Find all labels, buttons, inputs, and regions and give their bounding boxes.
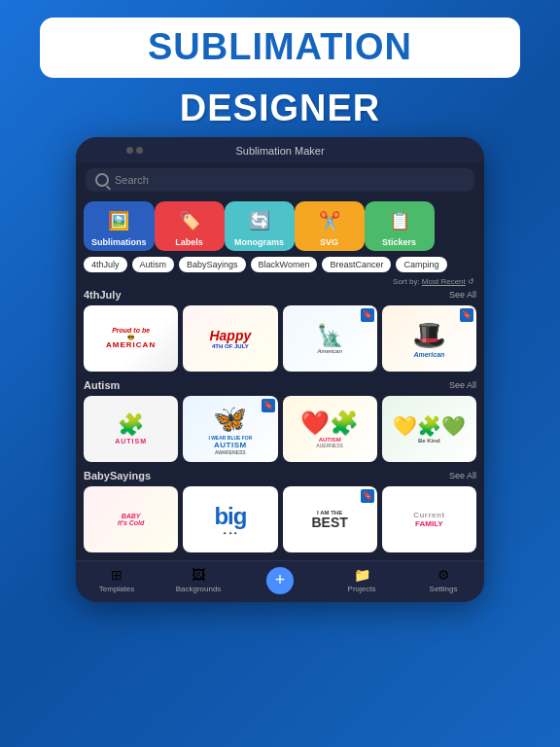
- sticker-baby-cold: BABYit's Cold: [84, 486, 178, 552]
- see-all-4thjuly[interactable]: See All: [449, 290, 476, 300]
- category-label-sublimations: Sublimations: [91, 237, 147, 247]
- sticker-big: big ✦ ✦ ✦: [183, 486, 277, 552]
- sticker-autism-heart: ❤️🧩 AUTISM AUERNESS: [283, 396, 377, 462]
- sort-row: Sort by: Most Recent ↺: [76, 276, 484, 289]
- category-label-labels: Labels: [175, 237, 203, 247]
- nav-label-backgrounds: Backgrounds: [176, 585, 222, 593]
- american-content: 🗽 American: [317, 323, 343, 354]
- backgrounds-icon: 🖼: [192, 567, 205, 583]
- dot-1: [126, 147, 133, 154]
- sticker-autism1: 🧩 AUTISM: [84, 396, 178, 462]
- nav-settings[interactable]: ⚙ Settings: [402, 567, 484, 594]
- app-title: Sublimation Maker: [235, 145, 324, 157]
- proud-text: Proud to be 😎 AMERICAN: [106, 327, 156, 349]
- category-sublimations[interactable]: 🖼️ Sublimations: [84, 201, 155, 251]
- section-title-4thjuly: 4thJuly: [84, 289, 122, 301]
- sublimations-icon: 🖼️: [105, 207, 132, 234]
- autism-puzzle-content: 🧩 AUTISM: [115, 412, 147, 445]
- grid-item-be-kind[interactable]: 💛🧩💚 Be Kind: [382, 396, 476, 462]
- svg-icon: ✂️: [316, 207, 343, 234]
- section-title-autism: Autism: [84, 379, 120, 391]
- grid-item-american-flag[interactable]: 🔖 🗽 American: [283, 305, 377, 372]
- nav-label-settings: Settings: [430, 585, 458, 593]
- nav-projects[interactable]: 📁 Projects: [321, 567, 402, 594]
- bookmark-hat: 🔖: [460, 308, 473, 322]
- big-content: big ✦ ✦ ✦: [214, 503, 246, 536]
- sticker-proud: Proud to be 😎 AMERICAN: [84, 305, 178, 372]
- monograms-icon: 🔄: [246, 207, 273, 234]
- templates-icon: ⊞: [111, 567, 122, 583]
- grid-item-uncle-sam[interactable]: 🔖 🎩 American: [382, 305, 476, 372]
- bookmark-wearblue: 🔖: [262, 399, 275, 412]
- app-dots: [126, 147, 143, 154]
- grid-item-happy-4th[interactable]: Happy 4TH OF JULY: [183, 305, 277, 372]
- grid-item-autism1[interactable]: 🧩 AUTISM: [84, 396, 178, 462]
- see-all-babysayings[interactable]: See All: [449, 471, 476, 480]
- tag-breastcancer[interactable]: BreastCancer: [322, 257, 391, 272]
- section-autism: Autism See All 🧩 AUTISM 🔖: [76, 379, 484, 470]
- hat-content: 🎩 American: [412, 319, 446, 358]
- tag-4thjuly[interactable]: 4thJuly: [84, 257, 127, 272]
- tag-camping[interactable]: Camping: [396, 257, 446, 272]
- bookmark-best: 🔖: [361, 489, 374, 503]
- best-content: I AM THE BEST: [311, 510, 347, 529]
- grid-item-wear-blue[interactable]: 🔖 🦋 I WEAR BLUE FOR AUTISM AWARENESS: [183, 396, 277, 462]
- baby-cold-content: BABYit's Cold: [118, 513, 144, 526]
- section-4thjuly: 4thJuly See All Proud to be 😎 AMERICAN: [76, 289, 484, 379]
- section-title-babysayings: BabySayings: [84, 470, 151, 481]
- section-header-babysayings: BabySayings See All: [84, 470, 476, 481]
- bookmark-flag: 🔖: [361, 308, 374, 322]
- grid-item-proud-american[interactable]: Proud to be 😎 AMERICAN: [84, 305, 178, 372]
- section-babysayings: BabySayings See All BABYit's Cold: [76, 470, 484, 560]
- sticker-be-kind: 💛🧩💚 Be Kind: [382, 396, 476, 462]
- app-mockup: Sublimation Maker Search 🖼️ Sublimations…: [76, 137, 484, 602]
- tag-babysayings[interactable]: BabySayings: [179, 257, 246, 272]
- categories-row: 🖼️ Sublimations 🏷️ Labels 🔄 Monograms ✂️…: [76, 197, 484, 257]
- category-label-stickers: Stickers: [382, 237, 416, 247]
- bottom-nav: ⊞ Templates 🖼 Backgrounds + 📁 Projects ⚙…: [76, 560, 484, 602]
- sticker-happy: Happy 4TH OF JULY: [183, 305, 277, 372]
- nav-label-templates: Templates: [99, 585, 134, 593]
- happy-text: Happy 4TH OF JULY: [209, 328, 251, 349]
- see-all-autism[interactable]: See All: [449, 380, 476, 390]
- add-button[interactable]: +: [266, 567, 294, 594]
- section-header-4thjuly: 4thJuly See All: [84, 289, 476, 301]
- main-container: SUBLIMATION DESIGNER Sublimation Maker S…: [0, 0, 560, 612]
- stickers-icon: 📋: [386, 207, 413, 234]
- grid-row-babysayings: BABYit's Cold big ✦ ✦ ✦: [84, 486, 476, 552]
- search-icon: [95, 173, 109, 187]
- category-monograms[interactable]: 🔄 Monograms: [225, 201, 295, 251]
- title-line1: SUBLIMATION: [67, 27, 492, 68]
- nav-backgrounds[interactable]: 🖼 Backgrounds: [158, 567, 239, 594]
- grid-row-4thjuly: Proud to be 😎 AMERICAN Happy 4TH OF JULY: [84, 305, 476, 372]
- search-placeholder: Search: [115, 174, 149, 186]
- sort-text: Sort by: Most Recent ↺: [393, 277, 474, 286]
- dot-2: [136, 147, 143, 154]
- grid-row-autism: 🧩 AUTISM 🔖 🦋 I WEAR BLUE FOR AUT: [84, 396, 476, 462]
- family-content: Current FAMILY: [413, 511, 444, 528]
- title-line2: DESIGNER: [180, 88, 380, 129]
- be-kind-content: 💛🧩💚 Be Kind: [393, 414, 466, 444]
- app-header: Sublimation Maker: [76, 137, 484, 162]
- category-svg[interactable]: ✂️ SVG: [295, 201, 365, 251]
- nav-add[interactable]: +: [239, 567, 321, 594]
- search-bar[interactable]: Search: [86, 168, 474, 192]
- tag-autism[interactable]: Autism: [132, 257, 175, 272]
- category-labels[interactable]: 🏷️ Labels: [155, 201, 225, 251]
- projects-icon: 📁: [354, 567, 370, 583]
- section-header-autism: Autism See All: [84, 379, 476, 391]
- grid-item-autism-heart[interactable]: ❤️🧩 AUTISM AUERNESS: [283, 396, 377, 462]
- grid-item-baby-cold[interactable]: BABYit's Cold: [84, 486, 178, 552]
- category-label-svg: SVG: [320, 237, 338, 247]
- settings-icon: ⚙: [438, 567, 450, 583]
- grid-item-family[interactable]: Current FAMILY: [382, 486, 476, 552]
- grid-item-best[interactable]: 🔖 I AM THE BEST: [283, 486, 377, 552]
- nav-label-projects: Projects: [348, 585, 376, 593]
- category-stickers[interactable]: 📋 Stickers: [365, 201, 435, 251]
- wear-blue-content: 🦋 I WEAR BLUE FOR AUTISM AWARENESS: [208, 403, 252, 455]
- category-label-monograms: Monograms: [234, 237, 284, 247]
- grid-item-big[interactable]: big ✦ ✦ ✦: [183, 486, 277, 552]
- nav-templates[interactable]: ⊞ Templates: [76, 567, 158, 594]
- tags-row: 4thJuly Autism BabySayings BlackWomen Br…: [76, 257, 484, 276]
- tag-blackwomen[interactable]: BlackWomen: [251, 257, 318, 272]
